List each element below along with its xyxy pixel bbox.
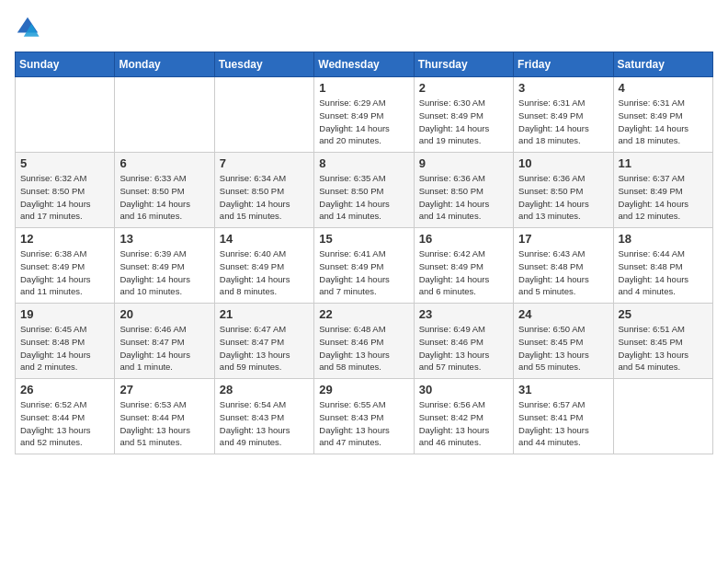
day-info: Sunrise: 6:52 AM Sunset: 8:44 PM Dayligh…	[20, 398, 109, 449]
calendar-cell	[115, 77, 214, 153]
calendar-table: SundayMondayTuesdayWednesdayThursdayFrid…	[15, 52, 713, 454]
day-number: 21	[220, 307, 309, 321]
day-info: Sunrise: 6:43 AM Sunset: 8:48 PM Dayligh…	[518, 247, 608, 298]
calendar-cell: 20Sunrise: 6:46 AM Sunset: 8:47 PM Dayli…	[115, 304, 214, 379]
day-number: 19	[20, 307, 109, 321]
calendar-cell: 11Sunrise: 6:37 AM Sunset: 8:49 PM Dayli…	[613, 153, 712, 228]
weekday-header-tuesday: Tuesday	[214, 52, 313, 77]
calendar-cell: 12Sunrise: 6:38 AM Sunset: 8:49 PM Dayli…	[16, 228, 115, 304]
day-info: Sunrise: 6:50 AM Sunset: 8:45 PM Dayligh…	[518, 323, 608, 373]
day-number: 11	[619, 156, 708, 170]
day-number: 15	[319, 232, 408, 246]
calendar-cell: 8Sunrise: 6:35 AM Sunset: 8:50 PM Daylig…	[314, 153, 414, 228]
day-info: Sunrise: 6:36 AM Sunset: 8:50 PM Dayligh…	[419, 172, 508, 223]
day-info: Sunrise: 6:46 AM Sunset: 8:47 PM Dayligh…	[119, 323, 209, 373]
weekday-header-saturday: Saturday	[613, 52, 712, 77]
logo-icon	[15, 15, 40, 40]
day-number: 26	[20, 383, 109, 396]
day-info: Sunrise: 6:47 AM Sunset: 8:47 PM Dayligh…	[220, 323, 309, 373]
calendar-cell: 26Sunrise: 6:52 AM Sunset: 8:44 PM Dayli…	[16, 379, 115, 454]
day-info: Sunrise: 6:38 AM Sunset: 8:49 PM Dayligh…	[20, 247, 109, 298]
calendar-cell: 16Sunrise: 6:42 AM Sunset: 8:49 PM Dayli…	[414, 228, 513, 304]
calendar-cell: 9Sunrise: 6:36 AM Sunset: 8:50 PM Daylig…	[414, 153, 513, 228]
day-number: 14	[220, 232, 309, 246]
day-number: 27	[119, 383, 209, 396]
day-info: Sunrise: 6:31 AM Sunset: 8:49 PM Dayligh…	[619, 97, 708, 147]
calendar-cell: 4Sunrise: 6:31 AM Sunset: 8:49 PM Daylig…	[613, 77, 712, 153]
day-number: 23	[419, 307, 508, 321]
day-number: 17	[518, 232, 608, 246]
weekday-header-thursday: Thursday	[414, 52, 513, 77]
calendar-week-4: 19Sunrise: 6:45 AM Sunset: 8:48 PM Dayli…	[16, 304, 713, 379]
calendar-cell: 31Sunrise: 6:57 AM Sunset: 8:41 PM Dayli…	[514, 379, 613, 454]
calendar-cell: 28Sunrise: 6:54 AM Sunset: 8:43 PM Dayli…	[214, 379, 313, 454]
day-info: Sunrise: 6:44 AM Sunset: 8:48 PM Dayligh…	[619, 247, 708, 298]
day-info: Sunrise: 6:40 AM Sunset: 8:49 PM Dayligh…	[220, 247, 309, 298]
calendar-header: SundayMondayTuesdayWednesdayThursdayFrid…	[16, 52, 713, 77]
calendar-cell: 23Sunrise: 6:49 AM Sunset: 8:46 PM Dayli…	[414, 304, 513, 379]
calendar-cell: 15Sunrise: 6:41 AM Sunset: 8:49 PM Dayli…	[314, 228, 414, 304]
day-number: 22	[319, 307, 408, 321]
day-number: 1	[319, 81, 408, 95]
calendar-cell: 19Sunrise: 6:45 AM Sunset: 8:48 PM Dayli…	[16, 304, 115, 379]
day-info: Sunrise: 6:54 AM Sunset: 8:43 PM Dayligh…	[220, 398, 309, 449]
calendar-cell: 5Sunrise: 6:32 AM Sunset: 8:50 PM Daylig…	[16, 153, 115, 228]
day-number: 18	[619, 232, 708, 246]
calendar-cell: 7Sunrise: 6:34 AM Sunset: 8:50 PM Daylig…	[214, 153, 313, 228]
day-number: 6	[119, 156, 209, 170]
day-info: Sunrise: 6:41 AM Sunset: 8:49 PM Dayligh…	[319, 247, 408, 298]
calendar-cell: 13Sunrise: 6:39 AM Sunset: 8:49 PM Dayli…	[115, 228, 214, 304]
day-info: Sunrise: 6:56 AM Sunset: 8:42 PM Dayligh…	[419, 398, 508, 449]
calendar-cell: 25Sunrise: 6:51 AM Sunset: 8:45 PM Dayli…	[613, 304, 712, 379]
calendar-cell	[613, 379, 712, 454]
weekday-header-monday: Monday	[115, 52, 214, 77]
day-info: Sunrise: 6:37 AM Sunset: 8:49 PM Dayligh…	[619, 172, 708, 223]
calendar-week-5: 26Sunrise: 6:52 AM Sunset: 8:44 PM Dayli…	[16, 379, 713, 454]
day-info: Sunrise: 6:32 AM Sunset: 8:50 PM Dayligh…	[20, 172, 109, 223]
day-info: Sunrise: 6:45 AM Sunset: 8:48 PM Dayligh…	[20, 323, 109, 373]
day-number: 12	[20, 232, 109, 246]
day-number: 20	[119, 307, 209, 321]
day-number: 25	[619, 307, 708, 321]
logo	[15, 15, 44, 40]
day-info: Sunrise: 6:33 AM Sunset: 8:50 PM Dayligh…	[119, 172, 209, 223]
calendar-cell: 22Sunrise: 6:48 AM Sunset: 8:46 PM Dayli…	[314, 304, 414, 379]
day-number: 9	[419, 156, 508, 170]
day-info: Sunrise: 6:55 AM Sunset: 8:43 PM Dayligh…	[319, 398, 408, 449]
day-number: 3	[518, 81, 608, 95]
calendar-cell: 21Sunrise: 6:47 AM Sunset: 8:47 PM Dayli…	[214, 304, 313, 379]
calendar-cell: 24Sunrise: 6:50 AM Sunset: 8:45 PM Dayli…	[514, 304, 613, 379]
day-info: Sunrise: 6:42 AM Sunset: 8:49 PM Dayligh…	[419, 247, 508, 298]
day-info: Sunrise: 6:53 AM Sunset: 8:44 PM Dayligh…	[119, 398, 209, 449]
day-number: 10	[518, 156, 608, 170]
calendar-cell: 1Sunrise: 6:29 AM Sunset: 8:49 PM Daylig…	[314, 77, 414, 153]
calendar-cell: 30Sunrise: 6:56 AM Sunset: 8:42 PM Dayli…	[414, 379, 513, 454]
day-info: Sunrise: 6:34 AM Sunset: 8:50 PM Dayligh…	[220, 172, 309, 223]
day-number: 29	[319, 383, 408, 396]
day-info: Sunrise: 6:31 AM Sunset: 8:49 PM Dayligh…	[518, 97, 608, 147]
day-number: 8	[319, 156, 408, 170]
day-number: 2	[419, 81, 508, 95]
day-info: Sunrise: 6:36 AM Sunset: 8:50 PM Dayligh…	[518, 172, 608, 223]
weekday-header-wednesday: Wednesday	[314, 52, 414, 77]
day-info: Sunrise: 6:49 AM Sunset: 8:46 PM Dayligh…	[419, 323, 508, 373]
calendar-cell: 10Sunrise: 6:36 AM Sunset: 8:50 PM Dayli…	[514, 153, 613, 228]
day-number: 28	[220, 383, 309, 396]
day-info: Sunrise: 6:39 AM Sunset: 8:49 PM Dayligh…	[119, 247, 209, 298]
calendar-cell	[16, 77, 115, 153]
day-info: Sunrise: 6:29 AM Sunset: 8:49 PM Dayligh…	[319, 97, 408, 147]
day-number: 13	[119, 232, 209, 246]
calendar-cell: 17Sunrise: 6:43 AM Sunset: 8:48 PM Dayli…	[514, 228, 613, 304]
calendar-cell: 18Sunrise: 6:44 AM Sunset: 8:48 PM Dayli…	[613, 228, 712, 304]
calendar-cell: 29Sunrise: 6:55 AM Sunset: 8:43 PM Dayli…	[314, 379, 414, 454]
day-number: 30	[419, 383, 508, 396]
calendar-cell	[214, 77, 313, 153]
day-number: 4	[619, 81, 708, 95]
calendar-cell: 2Sunrise: 6:30 AM Sunset: 8:49 PM Daylig…	[414, 77, 513, 153]
weekday-header-friday: Friday	[514, 52, 613, 77]
page-header	[15, 15, 713, 40]
calendar-cell: 27Sunrise: 6:53 AM Sunset: 8:44 PM Dayli…	[115, 379, 214, 454]
calendar-week-2: 5Sunrise: 6:32 AM Sunset: 8:50 PM Daylig…	[16, 153, 713, 228]
day-number: 16	[419, 232, 508, 246]
day-number: 7	[220, 156, 309, 170]
